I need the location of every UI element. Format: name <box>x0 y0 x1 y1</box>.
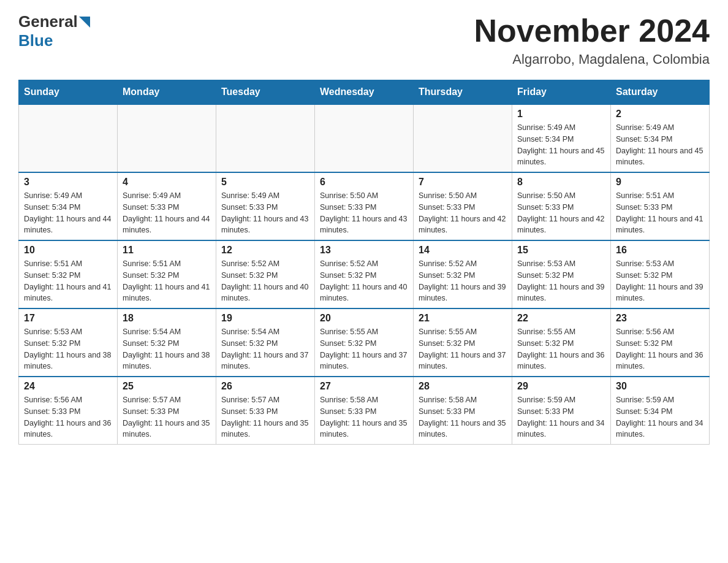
day-info: Sunrise: 5:51 AMSunset: 5:32 PMDaylight:… <box>123 258 211 304</box>
calendar-cell: 3Sunrise: 5:49 AMSunset: 5:34 PMDaylight… <box>19 172 118 240</box>
calendar-header-row: SundayMondayTuesdayWednesdayThursdayFrid… <box>19 80 710 105</box>
day-number: 20 <box>320 313 408 324</box>
calendar-cell: 8Sunrise: 5:50 AMSunset: 5:33 PMDaylight… <box>512 172 611 240</box>
day-number: 7 <box>419 177 507 188</box>
day-number: 30 <box>616 381 704 392</box>
day-number: 1 <box>517 109 605 120</box>
day-number: 3 <box>24 177 112 188</box>
calendar-cell: 5Sunrise: 5:49 AMSunset: 5:33 PMDaylight… <box>216 172 315 240</box>
day-info: Sunrise: 5:52 AMSunset: 5:32 PMDaylight:… <box>320 258 408 304</box>
day-number: 2 <box>616 109 704 120</box>
day-info: Sunrise: 5:52 AMSunset: 5:32 PMDaylight:… <box>419 258 507 304</box>
day-info: Sunrise: 5:55 AMSunset: 5:32 PMDaylight:… <box>419 326 507 372</box>
day-info: Sunrise: 5:49 AMSunset: 5:34 PMDaylight:… <box>616 122 704 168</box>
month-title: November 2024 <box>474 12 710 49</box>
day-info: Sunrise: 5:57 AMSunset: 5:33 PMDaylight:… <box>221 394 309 440</box>
day-number: 12 <box>221 245 309 256</box>
calendar-cell: 24Sunrise: 5:56 AMSunset: 5:33 PMDayligh… <box>19 377 118 445</box>
day-number: 4 <box>123 177 211 188</box>
day-info: Sunrise: 5:53 AMSunset: 5:32 PMDaylight:… <box>616 258 704 304</box>
calendar-cell: 9Sunrise: 5:51 AMSunset: 5:33 PMDaylight… <box>611 172 710 240</box>
calendar-cell: 1Sunrise: 5:49 AMSunset: 5:34 PMDaylight… <box>512 104 611 172</box>
week-row-2: 3Sunrise: 5:49 AMSunset: 5:34 PMDaylight… <box>19 172 710 240</box>
calendar-cell: 21Sunrise: 5:55 AMSunset: 5:32 PMDayligh… <box>414 308 512 377</box>
day-number: 13 <box>320 245 408 256</box>
day-info: Sunrise: 5:52 AMSunset: 5:32 PMDaylight:… <box>221 258 309 304</box>
calendar-cell: 10Sunrise: 5:51 AMSunset: 5:32 PMDayligh… <box>19 240 118 308</box>
day-info: Sunrise: 5:49 AMSunset: 5:34 PMDaylight:… <box>517 122 605 168</box>
calendar-cell: 4Sunrise: 5:49 AMSunset: 5:33 PMDaylight… <box>118 172 216 240</box>
page-header: General Blue November 2024 Algarrobo, Ma… <box>18 12 710 67</box>
calendar-cell: 12Sunrise: 5:52 AMSunset: 5:32 PMDayligh… <box>216 240 315 308</box>
day-info: Sunrise: 5:59 AMSunset: 5:33 PMDaylight:… <box>517 394 605 440</box>
calendar-cell: 22Sunrise: 5:55 AMSunset: 5:32 PMDayligh… <box>512 308 611 377</box>
day-number: 8 <box>517 177 605 188</box>
week-row-1: 1Sunrise: 5:49 AMSunset: 5:34 PMDaylight… <box>19 104 710 172</box>
day-info: Sunrise: 5:49 AMSunset: 5:33 PMDaylight:… <box>123 190 211 236</box>
day-number: 11 <box>123 245 211 256</box>
day-number: 24 <box>24 381 112 392</box>
week-row-5: 24Sunrise: 5:56 AMSunset: 5:33 PMDayligh… <box>19 377 710 445</box>
day-number: 28 <box>419 381 507 392</box>
svg-marker-0 <box>79 17 90 28</box>
day-number: 21 <box>419 313 507 324</box>
calendar-cell <box>216 104 315 172</box>
calendar-cell: 28Sunrise: 5:58 AMSunset: 5:33 PMDayligh… <box>414 377 512 445</box>
day-number: 15 <box>517 245 605 256</box>
calendar-cell: 14Sunrise: 5:52 AMSunset: 5:32 PMDayligh… <box>414 240 512 308</box>
day-number: 17 <box>24 313 112 324</box>
calendar-cell <box>414 104 512 172</box>
column-header-monday: Monday <box>118 80 216 105</box>
day-info: Sunrise: 5:55 AMSunset: 5:32 PMDaylight:… <box>517 326 605 372</box>
day-number: 9 <box>616 177 704 188</box>
day-info: Sunrise: 5:54 AMSunset: 5:32 PMDaylight:… <box>123 326 211 372</box>
day-info: Sunrise: 5:56 AMSunset: 5:33 PMDaylight:… <box>24 394 112 440</box>
day-info: Sunrise: 5:51 AMSunset: 5:33 PMDaylight:… <box>616 190 704 236</box>
calendar-cell: 15Sunrise: 5:53 AMSunset: 5:32 PMDayligh… <box>512 240 611 308</box>
calendar-cell: 29Sunrise: 5:59 AMSunset: 5:33 PMDayligh… <box>512 377 611 445</box>
day-info: Sunrise: 5:58 AMSunset: 5:33 PMDaylight:… <box>419 394 507 440</box>
logo-general-text: General <box>18 12 78 31</box>
calendar-cell: 27Sunrise: 5:58 AMSunset: 5:33 PMDayligh… <box>315 377 414 445</box>
day-number: 16 <box>616 245 704 256</box>
calendar-cell: 30Sunrise: 5:59 AMSunset: 5:34 PMDayligh… <box>611 377 710 445</box>
week-row-4: 17Sunrise: 5:53 AMSunset: 5:32 PMDayligh… <box>19 308 710 377</box>
day-number: 27 <box>320 381 408 392</box>
day-info: Sunrise: 5:50 AMSunset: 5:33 PMDaylight:… <box>419 190 507 236</box>
day-number: 29 <box>517 381 605 392</box>
day-info: Sunrise: 5:51 AMSunset: 5:32 PMDaylight:… <box>24 258 112 304</box>
week-row-3: 10Sunrise: 5:51 AMSunset: 5:32 PMDayligh… <box>19 240 710 308</box>
calendar-cell: 2Sunrise: 5:49 AMSunset: 5:34 PMDaylight… <box>611 104 710 172</box>
column-header-thursday: Thursday <box>414 80 512 105</box>
day-info: Sunrise: 5:49 AMSunset: 5:33 PMDaylight:… <box>221 190 309 236</box>
day-info: Sunrise: 5:57 AMSunset: 5:33 PMDaylight:… <box>123 394 211 440</box>
calendar-cell: 17Sunrise: 5:53 AMSunset: 5:32 PMDayligh… <box>19 308 118 377</box>
day-info: Sunrise: 5:50 AMSunset: 5:33 PMDaylight:… <box>517 190 605 236</box>
calendar-cell: 7Sunrise: 5:50 AMSunset: 5:33 PMDaylight… <box>414 172 512 240</box>
calendar-cell: 11Sunrise: 5:51 AMSunset: 5:32 PMDayligh… <box>118 240 216 308</box>
calendar-cell: 25Sunrise: 5:57 AMSunset: 5:33 PMDayligh… <box>118 377 216 445</box>
day-info: Sunrise: 5:55 AMSunset: 5:32 PMDaylight:… <box>320 326 408 372</box>
logo-arrow-icon <box>79 17 90 28</box>
calendar-cell: 20Sunrise: 5:55 AMSunset: 5:32 PMDayligh… <box>315 308 414 377</box>
location-text: Algarrobo, Magdalena, Colombia <box>474 52 710 67</box>
day-number: 18 <box>123 313 211 324</box>
calendar-cell <box>19 104 118 172</box>
day-number: 14 <box>419 245 507 256</box>
calendar-cell <box>315 104 414 172</box>
column-header-friday: Friday <box>512 80 611 105</box>
title-section: November 2024 Algarrobo, Magdalena, Colo… <box>474 12 710 67</box>
day-info: Sunrise: 5:59 AMSunset: 5:34 PMDaylight:… <box>616 394 704 440</box>
calendar-cell: 18Sunrise: 5:54 AMSunset: 5:32 PMDayligh… <box>118 308 216 377</box>
calendar-cell: 13Sunrise: 5:52 AMSunset: 5:32 PMDayligh… <box>315 240 414 308</box>
column-header-tuesday: Tuesday <box>216 80 315 105</box>
calendar-table: SundayMondayTuesdayWednesdayThursdayFrid… <box>18 80 710 445</box>
day-info: Sunrise: 5:56 AMSunset: 5:32 PMDaylight:… <box>616 326 704 372</box>
day-info: Sunrise: 5:50 AMSunset: 5:33 PMDaylight:… <box>320 190 408 236</box>
calendar-cell: 16Sunrise: 5:53 AMSunset: 5:32 PMDayligh… <box>611 240 710 308</box>
day-number: 22 <box>517 313 605 324</box>
day-number: 23 <box>616 313 704 324</box>
day-number: 25 <box>123 381 211 392</box>
day-info: Sunrise: 5:53 AMSunset: 5:32 PMDaylight:… <box>517 258 605 304</box>
calendar-cell: 26Sunrise: 5:57 AMSunset: 5:33 PMDayligh… <box>216 377 315 445</box>
